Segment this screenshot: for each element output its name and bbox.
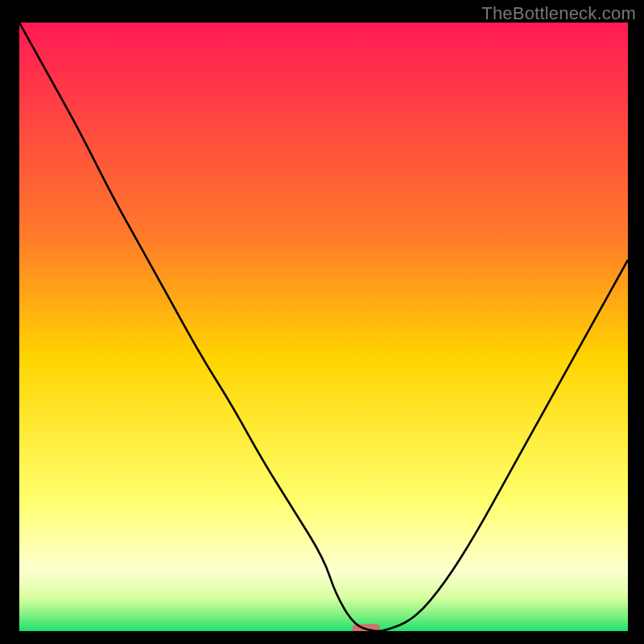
- plot-area: [19, 23, 628, 631]
- gradient-background: [19, 23, 628, 631]
- watermark-text: TheBottleneck.com: [481, 3, 636, 24]
- chart-svg: [19, 23, 628, 631]
- chart-frame: TheBottleneck.com: [0, 0, 644, 644]
